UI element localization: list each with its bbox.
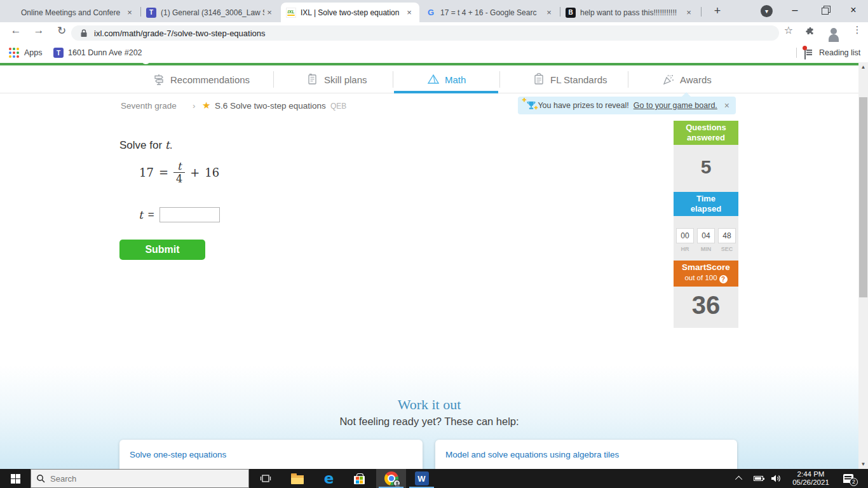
- banner-close-icon[interactable]: ×: [724, 100, 729, 111]
- nav-math-active[interactable]: Math: [427, 65, 466, 93]
- tab-close-icon[interactable]: ×: [264, 8, 275, 18]
- chevron-up-icon: [735, 476, 742, 483]
- work-it-out-subtitle: Not feeling ready yet? These can help:: [0, 416, 858, 428]
- google-favicon: G: [426, 8, 436, 18]
- url-text: ixl.com/math/grade-7/solve-two-step-equa…: [94, 29, 266, 38]
- tab-online-meetings[interactable]: Online Meetings and Confere ×: [1, 3, 140, 22]
- tab-title: (1) General (3146_3006_Law S: [161, 8, 264, 17]
- window-minimize-button[interactable]: –: [780, 0, 810, 20]
- tray-show-hidden-icons[interactable]: [732, 469, 747, 488]
- address-bar[interactable]: ixl.com/math/grade-7/solve-two-step-equa…: [71, 25, 779, 41]
- new-tab-button[interactable]: +: [709, 3, 726, 20]
- bookmark-star-icon[interactable]: ☆: [780, 24, 797, 36]
- tab-google-search[interactable]: G 17 = t 4 + 16 - Google Searc ×: [421, 3, 559, 22]
- submit-button[interactable]: Submit: [119, 240, 205, 260]
- edge-icon: e: [324, 471, 334, 485]
- time-sec-label: SEC: [718, 246, 736, 252]
- window-close-button[interactable]: ×: [839, 0, 868, 20]
- help-card[interactable]: Solve one-step equations: [119, 440, 423, 469]
- edge-button[interactable]: e: [314, 469, 344, 488]
- clipboard-pencil-icon: [306, 73, 319, 86]
- time-min-box: 04: [697, 228, 715, 243]
- prize-banner: ✚ ✚ You have prizes to reveal! Go to you…: [518, 97, 736, 114]
- scroll-up-icon[interactable]: ▲: [858, 64, 868, 70]
- browser-menu-kebab-icon[interactable]: ⋮: [849, 24, 865, 36]
- reading-list-icon[interactable]: [804, 48, 806, 60]
- eq-plus: +: [190, 166, 200, 179]
- nav-fl-standards[interactable]: FL Standards: [532, 65, 607, 93]
- sparkle-icon: ✚: [534, 105, 538, 111]
- game-board-link[interactable]: Go to your game board.: [634, 101, 717, 110]
- tab-teams-general[interactable]: T (1) General (3146_3006_Law S ×: [141, 3, 280, 22]
- reload-button[interactable]: ↻: [53, 24, 70, 37]
- forward-button[interactable]: →: [31, 24, 47, 37]
- breadcrumb-skill[interactable]: S.6 Solve two-step equations: [215, 101, 326, 111]
- nav-divider: [499, 71, 500, 88]
- taskbar-search-box[interactable]: [31, 469, 249, 488]
- tab-blackboard[interactable]: B help want to pass this!!!!!!!!!!! ×: [560, 3, 699, 22]
- help-card[interactable]: Model and solve equations using algebra …: [435, 440, 737, 469]
- breadcrumb-grade[interactable]: Seventh grade: [121, 101, 177, 111]
- nav-label: Skill plans: [324, 74, 367, 85]
- search-input[interactable]: [50, 474, 209, 484]
- help-link-algebra-tiles[interactable]: Model and solve equations using algebra …: [445, 450, 619, 459]
- bookmark-item[interactable]: 1601 Dunn Ave #202: [68, 48, 142, 57]
- search-icon: [36, 474, 45, 483]
- scrollbar-thumb[interactable]: [859, 97, 867, 297]
- help-link-one-step[interactable]: Solve one-step equations: [130, 450, 226, 459]
- ixl-nav-bar: Recommendations Skill plans Math: [0, 65, 858, 93]
- action-center-button[interactable]: 2: [839, 469, 858, 488]
- windows-taskbar: e W 2:44 PM 05/26/2021: [0, 469, 868, 488]
- tab-title: IXL | Solve two-step equation: [301, 8, 404, 17]
- volume-indicator[interactable]: [768, 469, 784, 488]
- teams-favicon: T: [146, 8, 156, 18]
- battery-indicator[interactable]: [750, 469, 766, 488]
- tab-close-icon[interactable]: ×: [544, 8, 554, 18]
- time-elapsed-header: Timeelapsed: [674, 192, 738, 216]
- fraction-denominator: 4: [173, 172, 185, 185]
- tab-ixl-active[interactable]: IXL IXL | Solve two-step equation ×: [281, 3, 419, 22]
- time-hr-label: HR: [676, 246, 694, 252]
- tab-separator: [701, 7, 702, 17]
- smartscore-value: 36: [674, 291, 738, 320]
- window-restore-button[interactable]: [810, 0, 839, 20]
- nav-skill-plans[interactable]: Skill plans: [306, 65, 367, 93]
- chrome-button-active[interactable]: [376, 469, 406, 488]
- answer-variable: t: [139, 208, 143, 221]
- apps-grid-icon[interactable]: [9, 48, 19, 58]
- tab-close-icon[interactable]: ×: [125, 8, 135, 18]
- taskbar-clock[interactable]: 2:44 PM 05/26/2021: [787, 469, 835, 488]
- task-view-button[interactable]: [250, 469, 280, 488]
- answer-equals: =: [148, 208, 154, 221]
- apps-shortcut[interactable]: Apps: [24, 48, 43, 57]
- tray-time: 2:44 PM: [797, 470, 825, 478]
- nav-label: FL Standards: [550, 74, 607, 85]
- scroll-down-icon[interactable]: ▼: [858, 461, 868, 467]
- nav-label: Recommendations: [170, 74, 250, 85]
- file-explorer-button[interactable]: [282, 469, 312, 488]
- word-button-active[interactable]: W: [407, 469, 437, 488]
- nav-recommendations[interactable]: Recommendations: [153, 65, 250, 93]
- ixl-favicon: IXL: [286, 8, 296, 18]
- restore-icon: [822, 8, 827, 13]
- blackboard-favicon: B: [566, 8, 576, 18]
- extensions-puzzle-icon[interactable]: [804, 27, 816, 41]
- start-button[interactable]: [0, 469, 31, 488]
- party-popper-icon: [662, 73, 675, 86]
- tab-search-button[interactable]: ▾: [761, 5, 773, 17]
- chrome-profile-badge: [393, 480, 400, 487]
- tab-close-icon[interactable]: ×: [404, 8, 414, 18]
- nav-divider: [273, 71, 274, 88]
- tab-close-icon[interactable]: ×: [684, 8, 694, 18]
- microsoft-store-button[interactable]: [344, 469, 374, 488]
- trophy-icon: ✚ ✚: [524, 99, 533, 112]
- reading-list-button[interactable]: Reading list: [819, 48, 860, 57]
- back-button[interactable]: ←: [8, 24, 24, 37]
- close-icon: ×: [850, 4, 856, 16]
- notification-badge: 2: [850, 478, 858, 486]
- nav-awards[interactable]: Awards: [662, 65, 712, 93]
- answer-input[interactable]: [159, 207, 220, 222]
- page-scrollbar[interactable]: ▲ ▼: [858, 62, 868, 469]
- windows-logo-icon: [11, 474, 20, 484]
- smartscore-help-icon[interactable]: ?: [719, 275, 728, 283]
